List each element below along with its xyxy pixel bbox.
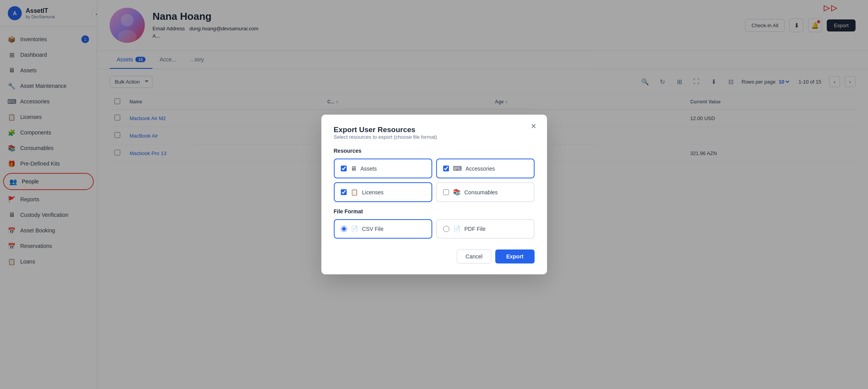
pdf-icon: 📄	[453, 225, 461, 232]
licenses-resource-icon: 📋	[351, 188, 358, 196]
export-modal: ✕ Export User Resources Select resources…	[321, 115, 547, 274]
resource-option-licenses[interactable]: 📋 Licenses	[334, 182, 432, 202]
modal-subtitle: Select resources to export (choose file …	[334, 134, 535, 140]
resource-checkbox-accessories[interactable]	[443, 166, 449, 171]
format-label-csv: CSV File	[362, 226, 384, 232]
file-format-label: File Format	[334, 208, 535, 215]
resource-checkbox-assets[interactable]	[341, 166, 347, 171]
resource-checkbox-licenses[interactable]	[341, 189, 347, 195]
modal-title: Export User Resources	[334, 126, 535, 134]
format-option-csv[interactable]: 📄 CSV File	[334, 219, 432, 239]
resource-label-accessories: Accessories	[466, 166, 495, 172]
resources-grid: 🖥 Assets ⌨ Accessories 📋 Licenses 📚 Cons…	[334, 159, 535, 202]
resource-label-licenses: Licenses	[362, 189, 384, 195]
format-option-pdf[interactable]: 📄 PDF File	[436, 219, 535, 239]
format-radio-csv[interactable]	[341, 226, 347, 232]
resource-option-accessories[interactable]: ⌨ Accessories	[436, 159, 535, 178]
assets-resource-icon: 🖥	[351, 165, 357, 172]
export-button-modal[interactable]: Export	[495, 249, 534, 263]
file-format-grid: 📄 CSV File 📄 PDF File	[334, 219, 535, 239]
modal-close-button[interactable]: ✕	[528, 121, 539, 132]
modal-actions: Cancel Export	[334, 249, 535, 263]
resource-label-consumables: Consumables	[465, 189, 498, 195]
modal-overlay[interactable]: ✕ Export User Resources Select resources…	[0, 0, 868, 389]
resource-label-assets: Assets	[361, 166, 377, 172]
format-label-pdf: PDF File	[465, 226, 486, 232]
consumables-resource-icon: 📚	[453, 188, 461, 196]
resource-checkbox-consumables[interactable]	[443, 189, 449, 195]
resources-label: Resources	[334, 148, 535, 154]
resource-option-assets[interactable]: 🖥 Assets	[334, 159, 432, 178]
csv-icon: 📄	[351, 225, 358, 232]
resource-option-consumables[interactable]: 📚 Consumables	[436, 182, 535, 202]
accessories-resource-icon: ⌨	[453, 165, 462, 172]
cancel-button[interactable]: Cancel	[457, 249, 492, 263]
format-radio-pdf[interactable]	[443, 226, 449, 232]
